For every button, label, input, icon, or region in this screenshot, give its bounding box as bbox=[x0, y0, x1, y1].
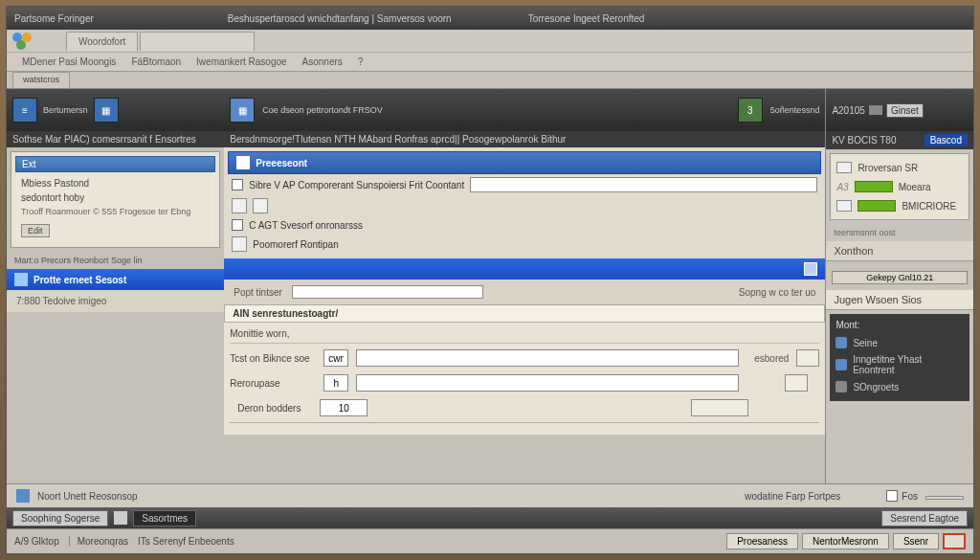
mid-column: ▦ Coe dseon pettrortondt FRSOV 3 5oñente… bbox=[224, 89, 825, 483]
footer-btn-4[interactable] bbox=[943, 533, 966, 549]
f2-input[interactable] bbox=[356, 374, 739, 392]
section-header-1[interactable]: Preeeseont bbox=[228, 151, 821, 174]
r-item-1[interactable]: Rroversan SR bbox=[835, 158, 965, 177]
mid-band-text: Bersdnmsorge!Tlutensn N'TH MAbard Ronfra… bbox=[230, 134, 566, 145]
checkbox-1[interactable] bbox=[232, 179, 243, 190]
dark-item-1[interactable]: Seine bbox=[835, 334, 964, 351]
panel-head[interactable]: Ext bbox=[15, 156, 215, 172]
dark-item-3[interactable]: SOngroets bbox=[835, 378, 964, 395]
f1-input[interactable] bbox=[356, 349, 739, 367]
row1-input[interactable] bbox=[470, 177, 817, 192]
footer-2[interactable]: Moreonqras bbox=[69, 536, 128, 547]
main-area: ≡ Bertumersn ▦ Sothse Mar PIAC) comesrrs… bbox=[7, 89, 973, 483]
footer-btn-2[interactable]: NentorMesronn bbox=[802, 533, 889, 549]
dark-head: Mont: bbox=[835, 320, 964, 330]
footer-btn-3[interactable]: Ssenr bbox=[893, 533, 939, 549]
search-row: Popt tintser Sopng w co ter uo bbox=[224, 280, 825, 304]
item1-label: Rroversan SR bbox=[858, 163, 918, 173]
icon-sq-2[interactable] bbox=[253, 198, 268, 213]
r-item-3[interactable]: BMICRIORE bbox=[835, 196, 965, 215]
footer-3[interactable]: ITs Serenyf Enbeoents bbox=[138, 536, 234, 547]
tool-label: Bertumersn bbox=[43, 105, 88, 116]
secondary-menu: MDener Pasi Moongis FáBtomaon Iwemankert… bbox=[7, 53, 973, 72]
f1-box[interactable] bbox=[796, 349, 819, 367]
rt-button[interactable]: Ginset bbox=[886, 103, 924, 118]
doc-tab-1[interactable]: watstcros bbox=[12, 72, 70, 88]
big-blue-bar[interactable] bbox=[224, 258, 825, 280]
main-tab-2[interactable] bbox=[140, 32, 255, 51]
d1-label: Seine bbox=[853, 338, 878, 348]
tool-icon-1[interactable]: ≡ bbox=[12, 98, 37, 123]
status-tab-1[interactable]: Soophing Sogerse bbox=[12, 510, 108, 526]
search-label-m: Popt tintser bbox=[234, 287, 282, 298]
panel-line-1: Mbiess Pastond bbox=[21, 178, 210, 189]
menu-item-1[interactable]: MDener Pasi Moongis bbox=[22, 56, 116, 67]
section-head: AIN senrestunestoagtr/ bbox=[224, 304, 825, 323]
tool-icon-2[interactable]: ▦ bbox=[94, 98, 119, 123]
mid-tool-txt1: Coe dseon pettrortondt FRSOV bbox=[262, 105, 383, 116]
menu-item-4[interactable]: Asonners bbox=[302, 56, 343, 67]
f3-box[interactable] bbox=[691, 399, 748, 416]
act-icon bbox=[16, 489, 30, 503]
search-label-l: 7:880 Tedoive imigeo bbox=[16, 296, 106, 306]
f1-prefix[interactable] bbox=[323, 349, 348, 367]
item-icon-3 bbox=[836, 200, 852, 212]
mid-tool-icon2[interactable]: 3 bbox=[738, 98, 763, 123]
f1-label: Tcst on Biknce soe bbox=[230, 353, 316, 364]
left-blue-bar[interactable]: Protte erneet Sesost bbox=[7, 269, 224, 290]
app-logo-icon bbox=[11, 31, 32, 52]
field-row-1: Sibre V AP Comporerant Sunspoiersi Frit … bbox=[228, 174, 821, 195]
r-sec-button[interactable]: Gekepy Gnl10.21 bbox=[832, 271, 968, 284]
dark-item-2[interactable]: Inngetitne Yhast Enontrent bbox=[835, 351, 964, 378]
act-left-label: Noort Unett Reosonsop bbox=[37, 491, 138, 502]
mid-content: Preeeseont Sibre V AP Comporerant Sunspo… bbox=[224, 147, 825, 258]
left-search-row: 7:880 Tedoive imigeo bbox=[7, 290, 224, 312]
status-icon bbox=[114, 511, 127, 525]
rband-text: KV BOCIS T80 bbox=[832, 135, 896, 146]
section-icon bbox=[236, 156, 250, 169]
menu-item-3[interactable]: Iwemankert Rasogoe bbox=[196, 56, 287, 67]
main-tab[interactable]: Woordofort bbox=[66, 32, 138, 51]
status-tab-2[interactable]: Sasortmes bbox=[133, 510, 196, 526]
form-area: Monittie worn, Tcst on Biknce soe esbore… bbox=[224, 323, 825, 435]
form-row-1: Tcst on Biknce soe esbored bbox=[230, 349, 819, 367]
section-title: Preeeseont bbox=[256, 158, 307, 168]
collapse-icon[interactable] bbox=[804, 262, 817, 276]
status-tab-r[interactable]: Sesrend Eagtoe bbox=[881, 510, 968, 526]
menu-item-2[interactable]: FáBtomaon bbox=[131, 56, 181, 67]
left-toolbar: ≡ Bertumersn ▦ bbox=[7, 89, 224, 131]
left-note: Mart:o Precors Reonbort Soge lin bbox=[7, 252, 224, 269]
f3-label: Deron bodders bbox=[237, 403, 312, 414]
ci-icon-3 bbox=[835, 381, 847, 392]
app-title: Partsome Foringer bbox=[14, 13, 94, 24]
help-icon[interactable]: ? bbox=[358, 56, 364, 67]
row3-icon[interactable] bbox=[232, 236, 247, 252]
icon-sq-1[interactable] bbox=[232, 198, 247, 213]
field-row-3: Poomorerf Rontipan bbox=[228, 234, 821, 255]
rt-label: A20105 bbox=[832, 105, 864, 116]
checkbox-2[interactable] bbox=[232, 219, 243, 231]
mid-tool-icon[interactable]: ▦ bbox=[230, 98, 255, 123]
f2-prefix[interactable] bbox=[323, 374, 348, 392]
mid-band: Bersdnmsorge!Tlutensn N'TH MAbard Ronfra… bbox=[224, 131, 825, 147]
act-button[interactable] bbox=[925, 496, 964, 500]
f2-box[interactable] bbox=[785, 374, 808, 392]
title-center2: Torresone Ingeet Reronfted bbox=[528, 13, 645, 24]
footer: A/9 Glktop Moreonqras ITs Serenyf Enbeoe… bbox=[7, 528, 973, 553]
act-right-label: wodatine Farp Fortpes bbox=[745, 491, 840, 502]
item2-label: Moeara bbox=[899, 182, 931, 192]
rband-button[interactable]: Bascod bbox=[924, 134, 968, 146]
act-checkbox[interactable] bbox=[886, 490, 898, 502]
f3-input[interactable] bbox=[320, 399, 368, 416]
search-input[interactable] bbox=[292, 285, 483, 299]
panel-body: Mbiess Pastond sedontort hoby Trooff Roa… bbox=[15, 172, 215, 243]
form-header: Monittie worn, bbox=[230, 328, 819, 344]
mid-tool-txt2: 5oñentessnd bbox=[770, 105, 820, 116]
r-side-head: Jugen Wsoen Sios bbox=[826, 290, 973, 310]
r-item-2[interactable]: A3Moeara bbox=[835, 177, 965, 196]
row1-label: Sibre V AP Comporerant Sunspoiersi Frit … bbox=[249, 180, 464, 190]
panel-edit-button[interactable]: Edit bbox=[21, 224, 50, 237]
footer-btn-1[interactable]: Proesaness bbox=[726, 533, 798, 549]
green-bar-1 bbox=[855, 181, 893, 192]
f1-after: esbored bbox=[754, 353, 789, 364]
